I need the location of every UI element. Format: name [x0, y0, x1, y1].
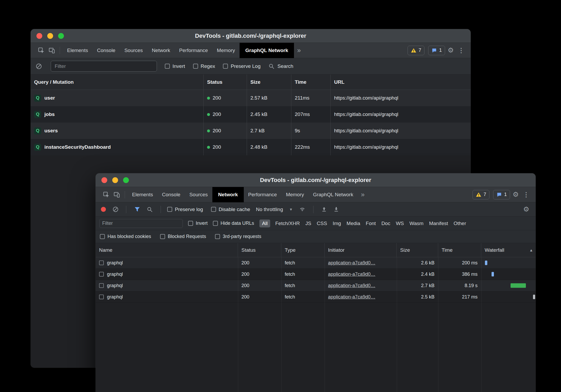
checkbox-box[interactable]: [213, 221, 218, 226]
third-party-requests-checkbox[interactable]: 3rd-party requests: [215, 234, 261, 239]
tab-sources[interactable]: Sources: [120, 43, 147, 58]
column-header-status[interactable]: Status: [238, 243, 281, 257]
record-button[interactable]: [101, 207, 106, 212]
request-row[interactable]: graphql 200 fetch application-a7ca9d0… 2…: [96, 280, 536, 291]
kebab-menu-icon[interactable]: ⋮: [521, 191, 531, 198]
row-checkbox[interactable]: [99, 283, 104, 288]
throttling-dropdown[interactable]: No throttling ▾: [254, 207, 294, 212]
tab-console[interactable]: Console: [92, 43, 120, 58]
row-checkbox[interactable]: [99, 272, 104, 277]
initiator-link[interactable]: application-a7ca9d0…: [328, 294, 375, 300]
blocked-requests-checkbox[interactable]: Blocked Requests: [160, 234, 206, 239]
table-row[interactable]: QinstanceSecurityDashboard 200 2.48 kB 2…: [31, 139, 471, 155]
column-divider[interactable]: [325, 257, 325, 392]
settings-gear-icon[interactable]: ⚙: [445, 46, 456, 54]
preserve-log-checkbox[interactable]: Preserve Log: [223, 63, 260, 69]
inspect-element-icon[interactable]: [36, 45, 46, 56]
checkbox-box[interactable]: [211, 207, 216, 212]
more-tabs-icon[interactable]: »: [358, 191, 368, 198]
tab-memory[interactable]: Memory: [212, 43, 240, 58]
column-divider[interactable]: [281, 257, 282, 392]
type-filter-doc[interactable]: Doc: [381, 220, 391, 227]
checkbox-box[interactable]: [188, 221, 193, 226]
more-tabs-icon[interactable]: »: [294, 46, 304, 54]
disable-cache-checkbox[interactable]: Disable cache: [211, 207, 250, 212]
device-toolbar-icon[interactable]: [46, 45, 57, 56]
warnings-badge[interactable]: 7: [473, 190, 489, 199]
filter-input[interactable]: [51, 61, 157, 72]
network-settings-gear-icon[interactable]: ⚙: [521, 205, 532, 213]
column-header-initiator[interactable]: Initiator: [325, 243, 397, 257]
tab-network[interactable]: Network: [147, 43, 175, 58]
checkbox-box[interactable]: [215, 234, 220, 239]
type-filter-css[interactable]: CSS: [316, 220, 328, 227]
row-checkbox[interactable]: [99, 260, 104, 265]
type-filter-font[interactable]: Font: [365, 220, 376, 227]
search-icon[interactable]: [145, 204, 154, 215]
type-filter-ws[interactable]: WS: [395, 220, 405, 227]
device-toolbar-icon[interactable]: [111, 189, 122, 200]
search-button[interactable]: Search: [268, 63, 293, 69]
zoom-button[interactable]: [58, 33, 64, 39]
checkbox-box[interactable]: [100, 234, 105, 239]
regex-checkbox[interactable]: Regex: [193, 63, 215, 69]
tab-elements[interactable]: Elements: [63, 43, 92, 58]
type-filter-fetch-xhr[interactable]: Fetch/XHR: [275, 220, 300, 227]
column-divider[interactable]: [397, 257, 397, 392]
column-divider[interactable]: [438, 257, 438, 392]
invert-checkbox[interactable]: Invert: [165, 63, 185, 69]
warnings-badge[interactable]: 7: [408, 46, 424, 55]
request-row[interactable]: graphql 200 fetch application-a7ca9d0… 2…: [96, 291, 536, 303]
tab-graphql-network[interactable]: GraphQL Network: [240, 43, 294, 58]
tab-console[interactable]: Console: [157, 187, 185, 202]
invert-checkbox[interactable]: Invert: [188, 221, 208, 226]
clear-icon[interactable]: [35, 61, 43, 72]
column-header-type[interactable]: Type: [281, 243, 325, 257]
column-header-waterfall[interactable]: Waterfall ▲: [481, 243, 536, 257]
inspect-element-icon[interactable]: [101, 189, 111, 200]
checkbox-box[interactable]: [165, 64, 170, 69]
initiator-link[interactable]: application-a7ca9d0…: [328, 260, 375, 266]
network-filter-input[interactable]: [99, 219, 183, 228]
title-bar[interactable]: DevTools - gitlab.com/-/graphql-explorer: [96, 173, 536, 187]
title-bar[interactable]: DevTools - gitlab.com/-/graphql-explorer: [31, 29, 471, 43]
minimize-button[interactable]: [112, 177, 118, 183]
tab-performance[interactable]: Performance: [244, 187, 282, 202]
checkbox-box[interactable]: [223, 64, 228, 69]
table-row[interactable]: Quser 200 2.57 kB 211ms https://gitlab.c…: [31, 90, 471, 106]
tab-elements[interactable]: Elements: [128, 187, 157, 202]
tab-performance[interactable]: Performance: [175, 43, 212, 58]
has-blocked-cookies-checkbox[interactable]: Has blocked cookies: [100, 234, 151, 239]
preserve-log-checkbox[interactable]: Preserve log: [167, 207, 203, 212]
tab-network[interactable]: Network: [212, 187, 244, 202]
issues-badge[interactable]: 1: [493, 190, 510, 199]
table-row[interactable]: Qusers 200 2.7 kB 9s https://gitlab.com/…: [31, 123, 471, 139]
column-divider[interactable]: [238, 257, 238, 392]
clear-icon[interactable]: [111, 204, 120, 215]
initiator-link[interactable]: application-a7ca9d0…: [328, 283, 375, 288]
type-filter-media[interactable]: Media: [346, 220, 361, 227]
column-header-name[interactable]: Name: [96, 243, 238, 257]
tab-memory[interactable]: Memory: [281, 187, 308, 202]
checkbox-box[interactable]: [167, 207, 172, 212]
request-row[interactable]: graphql 200 fetch application-a7ca9d0… 2…: [96, 269, 536, 280]
type-filter-all[interactable]: All: [259, 220, 270, 227]
request-row[interactable]: graphql 200 fetch application-a7ca9d0… 2…: [96, 257, 536, 269]
table-row[interactable]: Qjobs 200 2.45 kB 207ms https://gitlab.c…: [31, 106, 471, 123]
checkbox-box[interactable]: [193, 64, 198, 69]
checkbox-box[interactable]: [160, 234, 165, 239]
tab-graphql-network[interactable]: GraphQL Network: [308, 187, 358, 202]
column-header-time[interactable]: Time: [438, 243, 481, 257]
type-filter-js[interactable]: JS: [305, 220, 312, 227]
initiator-link[interactable]: application-a7ca9d0…: [328, 272, 375, 277]
type-filter-wasm[interactable]: Wasm: [409, 220, 424, 227]
issues-badge[interactable]: 1: [428, 46, 445, 55]
zoom-button[interactable]: [123, 177, 129, 183]
column-header-size[interactable]: Size: [397, 243, 438, 257]
column-divider[interactable]: [481, 257, 481, 392]
row-checkbox[interactable]: [99, 295, 104, 299]
type-filter-img[interactable]: Img: [332, 220, 342, 227]
hide-data-urls-checkbox[interactable]: Hide data URLs: [213, 221, 254, 226]
tab-sources[interactable]: Sources: [185, 187, 212, 202]
close-button[interactable]: [36, 33, 42, 39]
